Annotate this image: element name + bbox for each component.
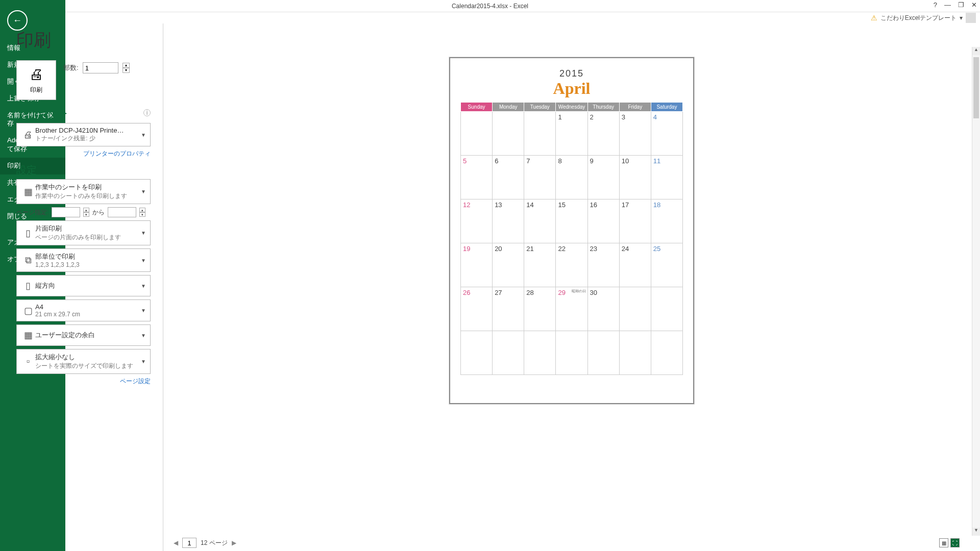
account-bar: ⚠ こだわりExcelテンプレート ▾	[0, 12, 980, 23]
calendar-month: April	[460, 79, 683, 98]
spin-up-icon[interactable]: ▴	[83, 208, 89, 212]
window-controls: ? — ❐ ✕	[934, 1, 977, 9]
calendar-cell: 14	[524, 199, 556, 243]
current-page-input[interactable]	[182, 538, 197, 548]
chevron-down-icon: ▼	[141, 359, 146, 364]
printer-name: Brother DCP-J4210N Printe…	[35, 127, 141, 134]
prev-page-button[interactable]: ◀	[174, 539, 178, 546]
calendar-table: SundayMondayTuesdayWednesdayThursdayFrid…	[460, 102, 683, 375]
printer-properties-link[interactable]: プリンターのプロパティ	[16, 149, 151, 158]
chevron-down-icon: ▼	[141, 283, 146, 289]
next-page-button[interactable]: ▶	[232, 539, 236, 546]
calendar-cell: 25	[651, 243, 682, 287]
avatar[interactable]	[966, 13, 976, 23]
copies-up-icon[interactable]: ▴	[122, 63, 130, 68]
page-range-label: ページ指定:	[16, 208, 48, 217]
scroll-thumb[interactable]	[973, 57, 979, 118]
calendar-cell	[461, 112, 493, 156]
setting-icon: ▫	[21, 356, 35, 367]
calendar-cell: 12	[461, 199, 493, 243]
setting-dropdown-3[interactable]: ▢A421 cm x 29.7 cm▼	[16, 299, 151, 321]
setting-dropdown-2[interactable]: ▯縦方向▼	[16, 275, 151, 296]
calendar-cell: 15	[556, 199, 587, 243]
calendar-cell	[556, 331, 587, 375]
calendar-cell	[651, 331, 682, 375]
day-header: Saturday	[651, 103, 682, 112]
day-header: Sunday	[461, 103, 493, 112]
sheet-icon: ▦	[21, 186, 35, 197]
calendar-cell: 8	[556, 156, 587, 199]
copies-label: 部数:	[63, 63, 79, 72]
setting-dropdown-1[interactable]: ⧉部単位で印刷1,2,3 1,2,3 1,2,3▼	[16, 248, 151, 272]
day-header: Wednesday	[556, 103, 587, 112]
calendar-cell: 30	[587, 287, 619, 331]
page-from-input[interactable]	[52, 207, 80, 217]
day-header: Friday	[619, 103, 651, 112]
calendar-cell: 19	[461, 243, 493, 287]
minimize-button[interactable]: —	[944, 1, 951, 9]
calendar-cell: 9	[587, 156, 619, 199]
settings-section-header: 設定	[16, 163, 151, 177]
calendar-year: 2015	[460, 68, 683, 79]
calendar-cell: 21	[524, 243, 556, 287]
chevron-down-icon: ▼	[141, 189, 146, 194]
setting-icon: ▢	[21, 305, 35, 316]
day-header: Monday	[493, 103, 524, 112]
print-what-dropdown[interactable]: ▦ 作業中のシートを印刷 作業中のシートのみを印刷します ▼	[16, 179, 151, 204]
calendar-cell: 28	[524, 287, 556, 331]
spin-down-icon[interactable]: ▾	[139, 212, 145, 217]
calendar-cell: 13	[493, 199, 524, 243]
calendar-cell	[493, 112, 524, 156]
calendar-cell	[524, 112, 556, 156]
calendar-cell: 10	[619, 156, 651, 199]
calendar-cell: 7	[524, 156, 556, 199]
spin-up-icon[interactable]: ▴	[139, 208, 145, 212]
info-icon[interactable]: i	[143, 109, 151, 116]
zoom-to-page-button[interactable]: ▦	[939, 538, 948, 547]
setting-icon: ▦	[21, 330, 35, 341]
print-panel: 印刷 🖨 印刷 部数: ▴ ▾ プリンター i 🖨 Brother DCP-	[0, 23, 163, 551]
preview-scrollbar[interactable]: ▲ ▼	[972, 47, 980, 536]
spin-down-icon[interactable]: ▾	[83, 212, 89, 217]
maximize-button[interactable]: ❐	[958, 1, 964, 9]
setting-dropdown-4[interactable]: ▦ユーザー設定の余白▼	[16, 324, 151, 346]
page-to-input[interactable]	[108, 207, 136, 217]
calendar-cell: 27	[493, 287, 524, 331]
print-button[interactable]: 🖨 印刷	[16, 60, 56, 100]
main-area: 印刷 🖨 印刷 部数: ▴ ▾ プリンター i 🖨 Brother DCP-	[0, 23, 980, 551]
print-preview: 2015 April SundayMondayTuesdayWednesdayT…	[163, 47, 980, 551]
calendar-cell	[651, 287, 682, 331]
calendar-cell: 5	[461, 156, 493, 199]
account-label[interactable]: こだわりExcelテンプレート	[880, 14, 957, 22]
setting-dropdown-0[interactable]: ▯片面印刷ページの片面のみを印刷します▼	[16, 220, 151, 245]
printer-section-header: プリンター i	[16, 107, 151, 121]
titlebar: Calendar2015-4.xlsx - Excel ? — ❐ ✕	[0, 0, 980, 12]
printer-status: トナー/インク残量: 少	[35, 134, 141, 143]
preview-navigation: ◀ 12 ページ ▶ ▦ ⛶	[163, 538, 970, 548]
scroll-down-icon[interactable]: ▼	[972, 528, 980, 536]
window-title: Calendar2015-4.xlsx - Excel	[452, 3, 528, 10]
page-setup-link[interactable]: ページ設定	[16, 377, 151, 386]
calendar-cell	[619, 287, 651, 331]
calendar-cell: 26	[461, 287, 493, 331]
account-dropdown-icon[interactable]: ▾	[960, 14, 963, 21]
setting-icon: ▯	[21, 280, 35, 291]
calendar-cell: 24	[619, 243, 651, 287]
copies-input[interactable]	[83, 62, 118, 73]
setting-dropdown-5[interactable]: ▫拡大縮小なしシートを実際のサイズで印刷します▼	[16, 349, 151, 374]
scroll-up-icon[interactable]: ▲	[972, 47, 980, 55]
close-button[interactable]: ✕	[971, 1, 977, 9]
calendar-cell: 16	[587, 199, 619, 243]
help-icon[interactable]: ?	[934, 1, 937, 9]
calendar-cell: 6	[493, 156, 524, 199]
calendar-cell: 1	[556, 112, 587, 156]
holiday-label: 昭和の日	[572, 289, 586, 294]
page-range-row: ページ指定: ▴▾ から ▴▾	[16, 207, 151, 217]
chevron-down-icon: ▼	[141, 132, 146, 138]
zoom-fit-button[interactable]: ⛶	[950, 538, 960, 547]
printer-dropdown[interactable]: 🖨 Brother DCP-J4210N Printe… トナー/インク残量: …	[16, 123, 151, 146]
copies-down-icon[interactable]: ▾	[122, 68, 130, 73]
preview-page: 2015 April SundayMondayTuesdayWednesdayT…	[449, 57, 694, 404]
page-title: 印刷	[16, 29, 151, 52]
calendar-cell: 23	[587, 243, 619, 287]
